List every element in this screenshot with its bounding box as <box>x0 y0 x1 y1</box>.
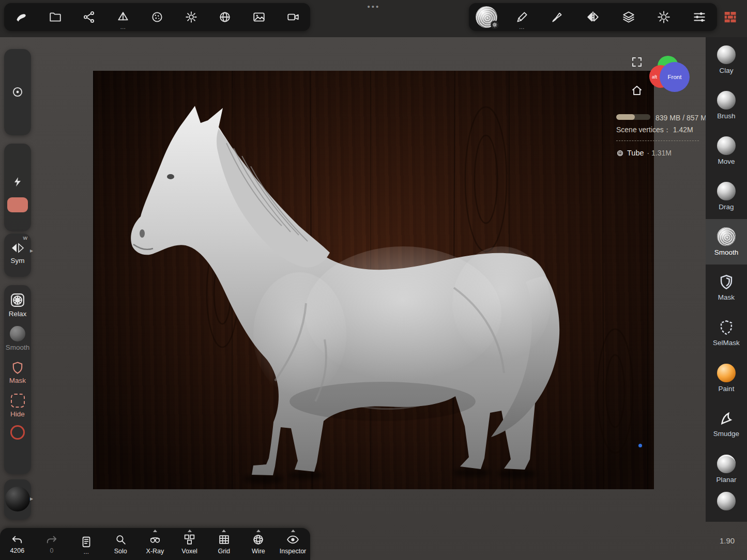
mask-button[interactable]: Mask <box>4 351 31 384</box>
notes-button[interactable]: … <box>70 528 102 560</box>
camera-icon[interactable] <box>282 6 304 28</box>
layers-icon[interactable] <box>617 6 640 28</box>
symmetry-expand-arrow[interactable]: ▸ <box>30 247 33 254</box>
matcap-icon[interactable] <box>146 6 169 28</box>
tool-brush[interactable]: Brush <box>706 83 747 128</box>
hide-button[interactable]: Hide <box>4 384 31 418</box>
tool-paint[interactable]: Paint <box>706 355 747 401</box>
voxel-label: Voxel <box>181 548 197 555</box>
tool-smudge[interactable]: Smudge <box>706 401 747 446</box>
memory-usage-text: 839 MB / 857 M <box>655 114 706 122</box>
stroke-cursor-dot <box>638 444 642 447</box>
inspector-eye-icon <box>286 533 299 546</box>
window-handle-dots[interactable]: ••• <box>362 2 386 11</box>
bricks-topology-icon[interactable] <box>720 6 741 28</box>
mask-shield-icon <box>10 361 25 375</box>
notes-submenu-dots: … <box>83 550 89 553</box>
xray-button[interactable]: X-Ray <box>139 528 171 560</box>
memory-usage-bar <box>616 114 650 120</box>
brush-modifiers-panel: Relax Smooth Mask Hide <box>4 285 31 474</box>
undo-icon <box>11 534 23 546</box>
object-vertex-count: · 1.31M <box>647 149 672 157</box>
active-tool-sphere-icon <box>476 6 497 28</box>
orientation-gizmo[interactable]: aft Front <box>650 56 692 97</box>
mask-tool-icon <box>718 273 735 291</box>
material-paintbrush-icon[interactable] <box>546 6 569 28</box>
active-tool-thumbnail[interactable] <box>475 6 498 28</box>
inspector-button[interactable]: Inspector <box>277 528 309 560</box>
voxel-button[interactable]: Voxel <box>174 528 206 560</box>
sculpt-viewport[interactable] <box>93 71 654 489</box>
pencil-submenu-dots: … <box>519 25 525 29</box>
lighting-sun-icon[interactable] <box>180 6 203 28</box>
drag-tool-label: Drag <box>719 203 734 211</box>
smooth-button-disabled[interactable]: Smooth <box>4 318 31 351</box>
tool-clay[interactable]: Clay <box>706 37 747 83</box>
settings-gear-icon[interactable] <box>652 6 675 28</box>
app-logo-icon[interactable] <box>10 6 33 28</box>
move-tool-icon <box>717 136 736 155</box>
horse-model <box>93 71 654 489</box>
color-swatch-button[interactable] <box>7 197 28 212</box>
zoom-level: 1.90 <box>720 536 735 545</box>
node-graph-icon[interactable] <box>78 6 100 28</box>
fullscreen-icon[interactable] <box>631 56 643 68</box>
scene-menu-icon[interactable]: … <box>112 6 134 28</box>
environment-sphere-icon[interactable] <box>214 6 236 28</box>
tools-sidebar: Clay Brush Move Drag Smooth Mask SelMask… <box>706 37 747 522</box>
undo-button[interactable]: 4206 <box>1 528 33 560</box>
symmetry-mode-badge: W <box>23 236 28 241</box>
sym-label[interactable]: Sym <box>11 257 25 265</box>
brush-tool-label: Brush <box>717 112 735 120</box>
material-expand-arrow[interactable]: ▸ <box>30 495 33 502</box>
voxel-caret-icon <box>188 530 192 532</box>
symmetry-mirror-icon[interactable] <box>582 6 604 28</box>
paint-tool-label: Paint <box>719 385 735 393</box>
tool-move[interactable]: Move <box>706 128 747 174</box>
tool-mask[interactable]: Mask <box>706 265 747 310</box>
wire-button[interactable]: Wire <box>242 528 275 560</box>
grid-button[interactable]: Grid <box>208 528 240 560</box>
lightning-icon[interactable] <box>11 176 24 188</box>
redo-button[interactable]: 0 <box>36 528 68 560</box>
planar-tool-label: Planar <box>716 476 736 484</box>
hide-label: Hide <box>10 410 25 418</box>
inspector-label: Inspector <box>280 548 306 555</box>
grid-caret-icon <box>222 530 226 532</box>
memory-usage-fill <box>616 114 635 120</box>
material-sphere-preview[interactable] <box>5 487 30 511</box>
intensity-panel <box>4 144 31 231</box>
background-image-icon[interactable] <box>248 6 270 28</box>
relax-label: Relax <box>9 310 27 318</box>
gizmo-axis-front[interactable]: Front <box>660 62 690 92</box>
smooth-sphere-icon <box>10 326 25 341</box>
top-left-toolbar: … <box>4 3 310 31</box>
gizmo-left-label: aft <box>652 74 657 80</box>
drag-tool-icon <box>717 182 736 200</box>
files-folder-icon[interactable] <box>44 6 67 28</box>
solo-button[interactable]: Solo <box>104 528 136 560</box>
clipped-red-tool-icon[interactable] <box>10 425 25 440</box>
planar-tool-icon <box>717 455 736 473</box>
symmetry-triangles-icon[interactable] <box>10 242 25 254</box>
hide-dotted-icon <box>11 394 25 408</box>
mask-label: Mask <box>9 377 26 384</box>
wire-caret-icon <box>256 530 261 532</box>
clay-tool-label: Clay <box>719 67 733 74</box>
tool-planar[interactable]: Planar <box>706 446 747 492</box>
sliders-filter-icon[interactable] <box>688 6 711 28</box>
tool-smooth-selected[interactable]: Smooth <box>706 219 747 265</box>
grid-label: Grid <box>218 548 230 555</box>
stroke-dot-icon[interactable] <box>11 85 24 99</box>
paint-tool-icon <box>717 364 736 382</box>
relax-button[interactable]: Relax <box>4 285 31 318</box>
home-view-icon[interactable] <box>631 84 643 97</box>
solo-label: Solo <box>114 548 127 555</box>
move-tool-label: Move <box>718 158 735 165</box>
symmetry-panel: W Sym ▸ <box>4 234 31 277</box>
tool-partial-bottom[interactable] <box>706 492 747 522</box>
stroke-pencil-icon[interactable]: … <box>511 6 533 28</box>
tool-selmask[interactable]: SelMask <box>706 310 747 355</box>
tool-drag[interactable]: Drag <box>706 174 747 219</box>
wireframe-sphere-icon <box>252 533 265 546</box>
